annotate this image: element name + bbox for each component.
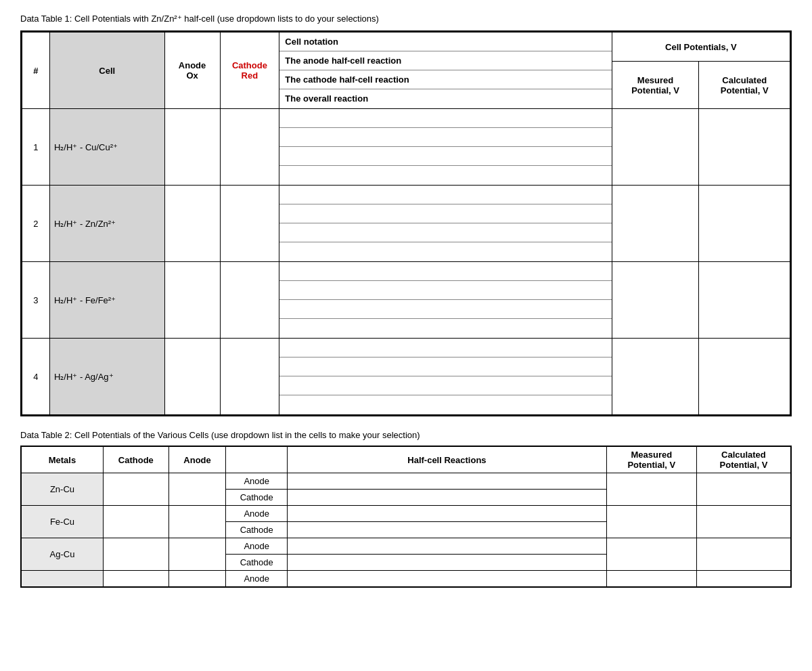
t2-metal-ag-cu: Ag-Cu bbox=[22, 538, 104, 571]
t2-col-measured: MeasuredPotential, V bbox=[606, 447, 696, 473]
t2-extra-anode-label: Anode bbox=[226, 571, 288, 587]
row3-calculated[interactable] bbox=[699, 262, 790, 339]
row1-num: 1 bbox=[22, 109, 50, 186]
row1-notation bbox=[279, 109, 612, 186]
row4-cathode-select[interactable] bbox=[220, 339, 279, 415]
t2-metal-extra bbox=[22, 571, 104, 587]
t2-zn-calculated[interactable] bbox=[696, 473, 790, 506]
col-hash: # bbox=[22, 33, 50, 109]
t2-ag-measured[interactable] bbox=[606, 538, 696, 571]
row3-measured[interactable] bbox=[612, 262, 699, 339]
t2-zn-anode-reaction[interactable] bbox=[288, 473, 607, 490]
t2-zn-cathode-label: Cathode bbox=[226, 490, 288, 506]
col-cell-potentials-header: Cell Potentials, V bbox=[612, 33, 790, 62]
t2-ag-calculated[interactable] bbox=[696, 538, 790, 571]
t2-fe-calculated[interactable] bbox=[696, 506, 790, 538]
t2-ag-anode-label: Anode bbox=[226, 538, 288, 555]
table-row: Ag-Cu Anode bbox=[22, 538, 791, 555]
table-row: Anode bbox=[22, 571, 791, 587]
col-anode-header: Anode Ox bbox=[164, 33, 220, 109]
t2-extra-calculated[interactable] bbox=[696, 571, 790, 587]
table2-title: Data Table 2: Cell Potentials of the Var… bbox=[20, 430, 792, 440]
col-calculated-header: CalculatedPotential, V bbox=[699, 62, 790, 109]
row2-cell: H₂/H⁺ - Zn/Zn²⁺ bbox=[49, 186, 164, 262]
t2-zn-cathode-select[interactable] bbox=[103, 473, 168, 506]
row1-cell: H₂/H⁺ - Cu/Cu²⁺ bbox=[49, 109, 164, 186]
t2-zn-anode-select[interactable] bbox=[168, 473, 226, 506]
table-row: 2 H₂/H⁺ - Zn/Zn²⁺ bbox=[22, 186, 790, 262]
t2-metal-zn-cu: Zn-Cu bbox=[22, 473, 104, 506]
row2-cathode-select[interactable] bbox=[220, 186, 279, 262]
table-row: Zn-Cu Anode bbox=[22, 473, 791, 490]
row3-anode-select[interactable] bbox=[164, 262, 220, 339]
col-measured-header: MesuredPotential, V bbox=[612, 62, 699, 109]
row4-anode-select[interactable] bbox=[164, 339, 220, 415]
t2-ag-cathode-reaction[interactable] bbox=[288, 555, 607, 571]
row4-cell: H₂/H⁺ - Ag/Ag⁺ bbox=[49, 339, 164, 415]
table-row: Fe-Cu Anode bbox=[22, 506, 791, 522]
row2-calculated[interactable] bbox=[699, 186, 790, 262]
table1-title: Data Table 1: Cell Potentials with Zn/Zn… bbox=[20, 14, 792, 24]
t2-extra-anode-select[interactable] bbox=[168, 571, 226, 587]
row1-cathode-select[interactable] bbox=[220, 109, 279, 186]
table-row: 1 H₂/H⁺ - Cu/Cu²⁺ bbox=[22, 109, 790, 186]
row1-measured[interactable] bbox=[612, 109, 699, 186]
row4-num: 4 bbox=[22, 339, 50, 415]
t2-fe-anode-reaction[interactable] bbox=[288, 506, 607, 522]
row3-notation bbox=[279, 262, 612, 339]
t2-extra-anode-reaction[interactable] bbox=[288, 571, 607, 587]
t2-extra-cathode-select[interactable] bbox=[103, 571, 168, 587]
row1-calculated[interactable] bbox=[699, 109, 790, 186]
t2-zn-anode-label: Anode bbox=[226, 473, 288, 490]
table-row: 3 H₂/H⁺ - Fe/Fe²⁺ bbox=[22, 262, 790, 339]
row4-measured[interactable] bbox=[612, 339, 699, 415]
row3-cathode-select[interactable] bbox=[220, 262, 279, 339]
row2-num: 2 bbox=[22, 186, 50, 262]
t2-col-metals: Metals bbox=[22, 447, 104, 473]
t2-fe-anode-select[interactable] bbox=[168, 506, 226, 538]
col-notation-header: Cell notation The anode half-cell reacti… bbox=[279, 33, 612, 109]
t2-fe-measured[interactable] bbox=[606, 506, 696, 538]
t2-col-calculated: CalculatedPotential, V bbox=[696, 447, 790, 473]
row2-notation bbox=[279, 186, 612, 262]
t2-fe-cathode-select[interactable] bbox=[103, 506, 168, 538]
row2-anode-select[interactable] bbox=[164, 186, 220, 262]
table-row: 4 H₂/H⁺ - Ag/Ag⁺ bbox=[22, 339, 790, 415]
t2-ag-cathode-label: Cathode bbox=[226, 555, 288, 571]
t2-col-halfreact: Half-cell Reactions bbox=[288, 447, 607, 473]
t2-ag-anode-select[interactable] bbox=[168, 538, 226, 571]
row4-notation bbox=[279, 339, 612, 415]
t2-extra-measured[interactable] bbox=[606, 571, 696, 587]
t2-fe-cathode-reaction[interactable] bbox=[288, 522, 607, 538]
row1-anode-select[interactable] bbox=[164, 109, 220, 186]
row4-calculated[interactable] bbox=[699, 339, 790, 415]
row3-cell: H₂/H⁺ - Fe/Fe²⁺ bbox=[49, 262, 164, 339]
t2-metal-fe-cu: Fe-Cu bbox=[22, 506, 104, 538]
t2-col-anode: Anode bbox=[168, 447, 226, 473]
col-cathode-header: Cathode Red bbox=[220, 33, 279, 109]
t2-ag-anode-reaction[interactable] bbox=[288, 538, 607, 555]
t2-col-label-header bbox=[226, 447, 288, 473]
t2-col-cathode: Cathode bbox=[103, 447, 168, 473]
t2-fe-cathode-label: Cathode bbox=[226, 522, 288, 538]
t2-fe-anode-label: Anode bbox=[226, 506, 288, 522]
col-cell-header: Cell bbox=[49, 33, 164, 109]
row2-measured[interactable] bbox=[612, 186, 699, 262]
t2-zn-measured[interactable] bbox=[606, 473, 696, 506]
row3-num: 3 bbox=[22, 262, 50, 339]
t2-zn-cathode-reaction[interactable] bbox=[288, 490, 607, 506]
t2-ag-cathode-select[interactable] bbox=[103, 538, 168, 571]
